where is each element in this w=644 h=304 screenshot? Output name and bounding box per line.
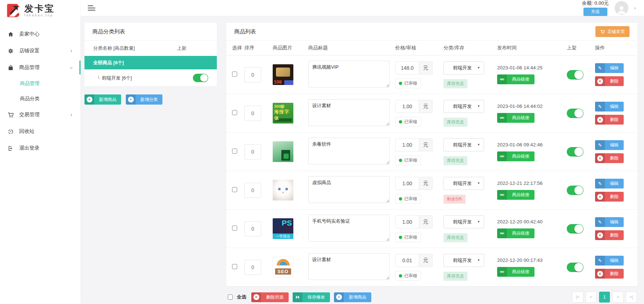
delete-button[interactable]: × 删除 [595,269,624,279]
product-link-button[interactable]: 商品链接 [497,151,534,161]
pencil-icon: ✎ [595,217,605,227]
onsale-toggle[interactable] [567,263,583,272]
onsale-toggle[interactable] [567,109,583,118]
product-link-button[interactable]: 商品链接 [497,267,534,277]
sort-input[interactable] [244,183,261,198]
onsale-toggle[interactable] [567,224,583,234]
delete-button[interactable]: × 删除 [595,76,624,86]
sidebar-item-seller-center[interactable]: 卖家中心 [0,26,80,42]
add-product-bottom-button[interactable]: + 新增商品 [334,292,371,302]
delete-button[interactable]: × 删除 [595,115,624,125]
row-checkbox[interactable] [232,149,237,154]
product-title-input[interactable]: 腾讯视频VIP [308,61,390,88]
product-title-input[interactable]: 手机号码实名验证 [308,215,390,242]
select-all-checkbox[interactable] [228,295,233,300]
sort-input[interactable] [244,221,261,236]
sort-input[interactable] [244,67,261,82]
page-next-button[interactable]: > [612,292,623,303]
avatar[interactable] [615,1,628,15]
add-category-button[interactable]: + 新增分类 [126,94,162,105]
page-first-button[interactable]: |< [572,292,583,303]
row-checkbox[interactable] [232,72,237,77]
product-title-input[interactable]: 虚拟商品 [308,176,390,203]
add-product-button[interactable]: + 新增商品 [84,94,121,105]
sort-input[interactable] [244,260,261,275]
page-last-button[interactable]: >| [626,292,637,303]
page-prev-button[interactable]: < [586,292,596,303]
delete-selected-button[interactable]: × 删除所选 [251,292,289,302]
product-link-button[interactable]: 商品链接 [497,228,534,238]
chevron-right-icon [69,49,73,53]
sidebar-item-trade-mgmt[interactable]: 交易管理 [0,106,80,123]
product-link-button[interactable]: 商品链接 [497,74,534,84]
category-select[interactable]: 前端开发 ▼ [443,177,484,190]
delete-button[interactable]: × 删除 [595,230,624,240]
user-menu-caret-icon[interactable]: ▾ [634,6,636,10]
edit-button[interactable]: ✎ 编辑 [595,63,624,73]
row-checkbox[interactable] [232,187,237,192]
category-select[interactable]: 前端开发 ▼ [443,215,484,228]
edit-button[interactable]: ✎ 编辑 [595,256,624,266]
save-icon [293,292,302,302]
sidebar-subitem-product-mgmt[interactable]: 商品管理 [0,76,80,91]
recharge-button[interactable]: 充值 [583,8,607,16]
price-input[interactable] [396,216,419,228]
sort-input[interactable] [244,144,261,159]
category-select[interactable]: 前端开发 ▼ [443,100,484,113]
category-table-header: 分类名称 [商品数量] 上架 [84,41,217,56]
category-select[interactable]: 前端开发 ▼ [443,61,484,74]
row-checkbox[interactable] [232,226,237,231]
price-input[interactable] [396,62,419,74]
bag-icon [7,64,14,71]
plus-circle-icon: + [126,94,136,105]
product-title-input[interactable]: 设计素材 [308,253,390,280]
save-changes-button[interactable]: 保存修改 [293,292,330,302]
delete-button[interactable]: × 删除 [595,192,624,202]
row-checkbox[interactable] [232,110,237,115]
pencil-icon: ✎ [595,140,605,150]
price-input[interactable] [396,139,419,151]
sidebar-item-shop-settings[interactable]: 店铺设置 [0,42,80,59]
product-link-button[interactable]: 商品链接 [497,113,534,123]
category-row-all[interactable]: 全部商品 [6个] [84,56,217,69]
publish-time: 2022-12-21 22:17:56 [497,181,567,186]
list-footer: 全选 × 删除所选 保存修改 + 新 [226,292,637,304]
sidebar-item-product-mgmt[interactable]: 商品管理 [0,59,80,76]
row-checkbox[interactable] [232,264,237,269]
edit-button[interactable]: ✎ 编辑 [595,140,624,150]
category-col-name: 分类名称 [商品数量] [93,45,135,52]
category-row-frontend[interactable]: └前端开发 [6个] [84,69,217,86]
edit-button[interactable]: ✎ 编辑 [595,102,624,112]
plus-circle-icon: + [84,94,94,105]
pencil-icon: ✎ [595,102,605,112]
sort-input[interactable] [244,106,261,121]
publish-time: 2022-12-20 00:17:43 [497,258,567,263]
price-input[interactable] [396,100,419,113]
category-onsale-toggle[interactable] [193,74,208,82]
onsale-toggle[interactable] [567,70,583,80]
product-image: 300款 海报字体 [273,103,293,123]
price-input-group: 元 [395,138,433,151]
category-select[interactable]: 前端开发 ▼ [443,138,484,151]
product-title-input[interactable]: 设计素材 [308,99,390,126]
edit-button[interactable]: ✎ 编辑 [595,217,624,227]
product-title-input[interactable]: 杀毒软件 [308,138,390,165]
menu-toggle-icon[interactable] [88,5,96,11]
page-number-button[interactable]: 1 [599,292,610,303]
category-select[interactable]: 前端开发 ▼ [443,254,484,267]
shop-home-button[interactable]: 店铺首页 [595,26,629,37]
product-link-button[interactable]: 商品链接 [497,190,534,200]
select-caret-icon: ▼ [477,143,480,146]
approved-dot-icon [399,236,402,239]
sidebar-item-recycle-bin[interactable]: 回收站 [0,123,80,140]
onsale-toggle[interactable] [567,186,583,195]
sidebar-item-logout[interactable]: 退出登录 [0,140,80,157]
edit-button[interactable]: ✎ 编辑 [595,179,624,189]
sidebar-subitem-product-category[interactable]: 商品分类 [0,91,80,106]
price-input[interactable] [396,177,419,190]
publish-time: 2023-01-06 14:44:02 [497,104,567,109]
onsale-toggle[interactable] [567,147,583,157]
delete-button[interactable]: × 删除 [595,153,624,163]
price-input[interactable] [396,254,419,267]
approved-dot-icon [399,82,402,85]
